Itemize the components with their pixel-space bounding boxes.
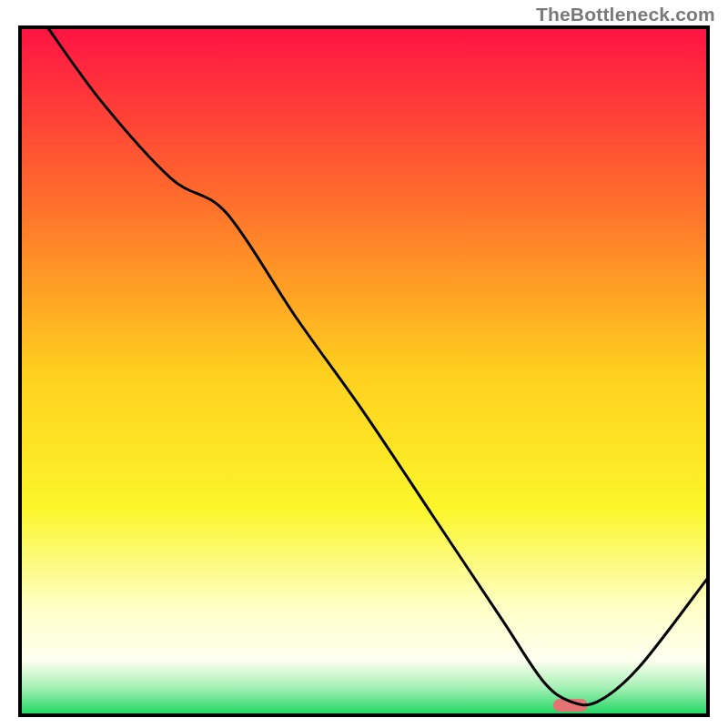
watermark-text: TheBottleneck.com — [536, 4, 715, 25]
bottleneck-chart — [0, 0, 728, 728]
plot-background — [20, 27, 708, 715]
chart-container: TheBottleneck.com — [0, 0, 728, 728]
